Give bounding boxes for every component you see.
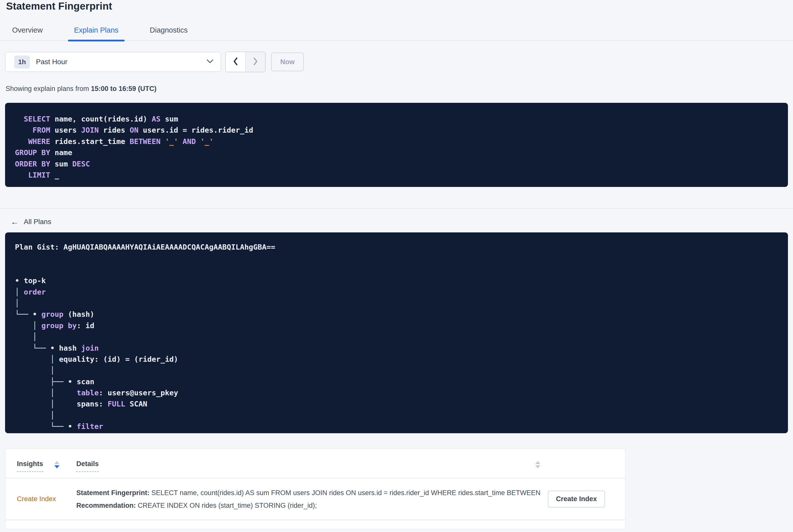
next-interval-button[interactable] — [245, 52, 265, 72]
sql-statement-code: SELECT name, count(rides.id) AS sum FROM… — [5, 103, 788, 180]
create-index-button[interactable]: Create Index — [548, 491, 605, 508]
recommendation-line: Recommendation: CREATE INDEX ON rides (s… — [76, 500, 541, 511]
sort-icon-details[interactable] — [535, 461, 540, 468]
chevron-left-icon — [233, 57, 238, 67]
status-time-range: 15:00 to 16:59 (UTC) — [91, 85, 157, 93]
insights-table-header: Insights Details — [5, 449, 625, 478]
time-range-select[interactable]: 1h Past Hour — [5, 52, 221, 72]
arrow-left-icon: ← — [11, 218, 19, 226]
chevron-down-icon — [206, 59, 213, 64]
plan-gist-code: Plan Gist: AgHUAQIABQAAAAHYAQIAiAEAAAADC… — [5, 232, 788, 433]
insight-create-index-link[interactable]: Create Index — [17, 495, 56, 503]
recommendation-text: CREATE INDEX ON rides (start_time) STORI… — [136, 502, 317, 509]
section-divider — [0, 208, 793, 209]
tab-diagnostics-label: Diagnostics — [150, 26, 188, 34]
status-prefix: Showing explain plans from — [5, 85, 91, 93]
table-row: Create Index Statement Fingerprint: SELE… — [5, 478, 625, 520]
sort-down-arrow — [54, 465, 59, 468]
tab-bar: Overview Explain Plans Diagnostics — [0, 26, 793, 41]
all-plans-back-link[interactable]: ← All Plans — [11, 218, 51, 226]
insights-table-card: Insights Details Create Index Statement … — [5, 449, 625, 529]
column-header-details[interactable]: Details — [76, 460, 99, 472]
plan-gist-block: Plan Gist: AgHUAQIABQAAAAHYAQIAiAEAAAADC… — [5, 232, 788, 433]
showing-plans-status: Showing explain plans from 15:00 to 16:5… — [5, 85, 793, 93]
tab-explain-plans[interactable]: Explain Plans — [68, 26, 125, 40]
now-button[interactable]: Now — [271, 53, 304, 71]
time-picker-row: 1h Past Hour Now — [5, 52, 793, 72]
previous-interval-button[interactable] — [226, 52, 245, 72]
time-range-badge: 1h — [14, 56, 30, 69]
recommendation-label: Recommendation: — [76, 502, 136, 509]
column-header-insights[interactable]: Insights — [17, 460, 43, 472]
sort-up-arrow — [54, 461, 59, 464]
chevron-right-icon — [253, 57, 258, 67]
statement-fingerprint-line: Statement Fingerprint: SELECT name, coun… — [76, 488, 541, 498]
tab-explain-plans-label: Explain Plans — [74, 26, 118, 34]
sort-icon-insights[interactable] — [54, 461, 59, 468]
active-tab-underline — [68, 40, 125, 41]
card-footer — [5, 520, 625, 529]
tab-overview-label: Overview — [12, 26, 43, 34]
sql-statement-block: SELECT name, count(rides.id) AS sum FROM… — [5, 103, 788, 187]
all-plans-label: All Plans — [24, 218, 51, 226]
tab-overview[interactable]: Overview — [6, 26, 49, 40]
sort-up-arrow — [535, 461, 540, 464]
time-pager — [225, 52, 266, 72]
statement-fingerprint-label: Statement Fingerprint: — [76, 489, 150, 497]
statement-fingerprint-text: SELECT name, count(rides.id) AS sum FROM… — [150, 489, 541, 497]
time-range-label: Past Hour — [36, 58, 206, 66]
page-title: Statement Fingerprint — [0, 0, 793, 12]
insight-details-cell: Statement Fingerprint: SELECT name, coun… — [76, 478, 548, 520]
sort-down-arrow — [535, 465, 540, 468]
tab-diagnostics[interactable]: Diagnostics — [144, 26, 194, 40]
